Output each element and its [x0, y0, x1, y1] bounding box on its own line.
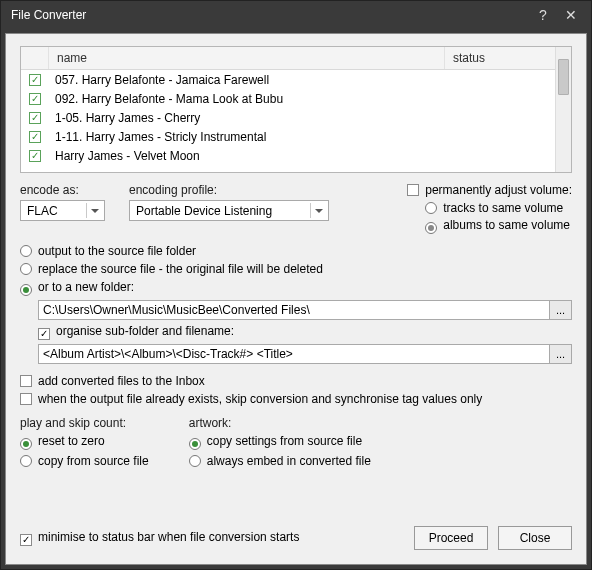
row-checkbox[interactable]	[29, 93, 41, 105]
encode-as-label: encode as:	[20, 183, 115, 197]
encoding-profile-select[interactable]: Portable Device Listening	[129, 200, 329, 221]
row-name: 092. Harry Belafonte - Mama Look at Bubu	[49, 92, 555, 106]
table-row[interactable]: 092. Harry Belafonte - Mama Look at Bubu	[21, 89, 555, 108]
skip-existing-checkbox[interactable]: when the output file already exists, ski…	[20, 392, 572, 406]
chevron-down-icon	[86, 203, 102, 218]
row-name: 1-11. Harry James - Stricly Instrumental	[49, 130, 555, 144]
play-skip-heading: play and skip count:	[20, 416, 149, 430]
edit-pattern-button[interactable]: ...	[550, 344, 572, 364]
tracks-to-same-volume-radio[interactable]: tracks to same volume	[425, 201, 572, 215]
header-check[interactable]	[21, 47, 49, 69]
table-row[interactable]: Harry James - Velvet Moon	[21, 146, 555, 165]
file-table: name status 057. Harry Belafonte - Jamai…	[20, 46, 572, 173]
row-checkbox[interactable]	[29, 74, 41, 86]
output-to-source-folder-radio[interactable]: output to the source file folder	[20, 244, 572, 258]
table-row[interactable]: 1-11. Harry James - Stricly Instrumental	[21, 127, 555, 146]
table-header: name status	[21, 47, 555, 70]
naming-pattern-input[interactable]	[38, 344, 550, 364]
window-title: File Converter	[11, 8, 86, 22]
close-button[interactable]: Close	[498, 526, 572, 550]
row-checkbox[interactable]	[29, 131, 41, 143]
row-checkbox[interactable]	[29, 112, 41, 124]
browse-folder-button[interactable]: ...	[550, 300, 572, 320]
row-name: 1-05. Harry James - Cherry	[49, 111, 555, 125]
help-button[interactable]: ?	[529, 5, 557, 25]
row-name: Harry James - Velvet Moon	[49, 149, 555, 163]
add-to-inbox-checkbox[interactable]: add converted files to the Inbox	[20, 374, 572, 388]
encode-as-select[interactable]: FLAC	[20, 200, 105, 221]
play-artwork-row: play and skip count: reset to zero copy …	[20, 416, 572, 468]
encoding-profile-value: Portable Device Listening	[136, 204, 272, 218]
replace-source-file-radio[interactable]: replace the source file - the original f…	[20, 262, 572, 276]
proceed-button[interactable]: Proceed	[414, 526, 488, 550]
minimise-on-start-checkbox[interactable]: minimise to status bar when file convers…	[20, 530, 299, 546]
header-name[interactable]: name	[49, 47, 445, 69]
header-status[interactable]: status	[445, 47, 555, 69]
organise-subfolder-checkbox[interactable]: organise sub-folder and filename:	[38, 324, 572, 340]
close-window-button[interactable]: ✕	[557, 5, 585, 25]
scrollbar-thumb[interactable]	[558, 59, 569, 95]
copy-from-source-radio[interactable]: copy from source file	[20, 454, 149, 468]
copy-artwork-settings-radio[interactable]: copy settings from source file	[189, 434, 371, 450]
output-to-new-folder-radio[interactable]: or to a new folder:	[20, 280, 572, 296]
encoding-profile-label: encoding profile:	[129, 183, 329, 197]
artwork-heading: artwork:	[189, 416, 371, 430]
row-name: 057. Harry Belafonte - Jamaica Farewell	[49, 73, 555, 87]
naming-pattern: ...	[38, 344, 572, 364]
output-options: output to the source file folder replace…	[20, 244, 572, 364]
file-converter-dialog: File Converter ? ✕ name status 057. Harr…	[0, 0, 592, 570]
titlebar: File Converter ? ✕	[1, 1, 591, 29]
permanently-adjust-volume-checkbox[interactable]: permanently adjust volume:	[407, 183, 572, 197]
reset-to-zero-radio[interactable]: reset to zero	[20, 434, 149, 450]
always-embed-artwork-radio[interactable]: always embed in converted file	[189, 454, 371, 468]
chevron-down-icon	[310, 203, 326, 218]
extra-options: add converted files to the Inbox when th…	[20, 374, 572, 406]
encode-row: encode as: FLAC encoding profile: Portab…	[20, 183, 572, 234]
table-row[interactable]: 057. Harry Belafonte - Jamaica Farewell	[21, 70, 555, 89]
dialog-body: name status 057. Harry Belafonte - Jamai…	[5, 33, 587, 565]
dialog-footer: minimise to status bar when file convers…	[20, 521, 572, 550]
row-checkbox[interactable]	[29, 150, 41, 162]
output-folder-input[interactable]	[38, 300, 550, 320]
albums-to-same-volume-radio[interactable]: albums to same volume	[425, 218, 572, 234]
vertical-scrollbar[interactable]	[555, 47, 571, 172]
table-rows: 057. Harry Belafonte - Jamaica Farewell0…	[21, 70, 555, 172]
encode-as-value: FLAC	[27, 204, 58, 218]
output-folder-path: ...	[38, 300, 572, 320]
table-row[interactable]: 1-05. Harry James - Cherry	[21, 108, 555, 127]
